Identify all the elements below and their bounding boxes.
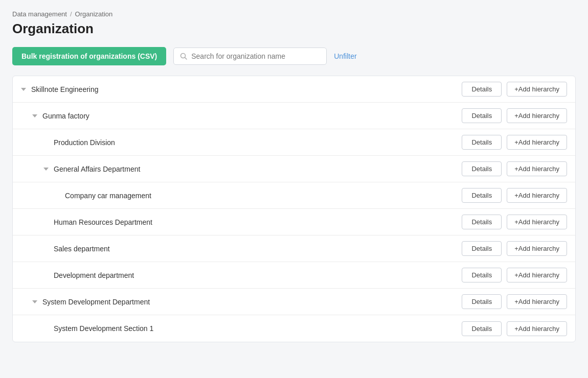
breadcrumb-parent[interactable]: Data management	[12, 10, 67, 18]
details-button[interactable]: Details	[462, 241, 502, 256]
org-name-text: Sales department	[54, 245, 110, 253]
add-hierarchy-button[interactable]: +Add hierarchy	[507, 188, 567, 203]
organization-table: Skillnote EngineeringDetails+Add hierarc…	[12, 76, 576, 342]
table-row: System Development DepartmentDetails+Add…	[13, 289, 575, 315]
org-name-text: Gunma factory	[42, 112, 89, 120]
details-button[interactable]: Details	[462, 215, 502, 229]
table-row: Human Resources DepartmentDetails+Add hi…	[13, 209, 575, 235]
table-row: Skillnote EngineeringDetails+Add hierarc…	[13, 76, 575, 103]
breadcrumb-separator: /	[70, 10, 72, 18]
chevron-down-icon[interactable]	[21, 88, 26, 91]
org-name-text: General Affairs Department	[54, 165, 140, 173]
page-title: Organization	[12, 21, 576, 37]
table-row: Sales departmentDetails+Add hierarchy	[13, 235, 575, 262]
org-name-text: Human Resources Department	[54, 218, 152, 226]
add-hierarchy-button[interactable]: +Add hierarchy	[507, 82, 567, 97]
chevron-down-icon[interactable]	[32, 300, 37, 303]
search-icon	[180, 53, 187, 60]
table-row: System Development Section 1Details+Add …	[13, 315, 575, 342]
table-row: Gunma factoryDetails+Add hierarchy	[13, 103, 575, 129]
add-hierarchy-button[interactable]: +Add hierarchy	[507, 161, 567, 176]
search-box	[173, 48, 327, 65]
org-name-text: Development department	[54, 271, 134, 279]
add-hierarchy-button[interactable]: +Add hierarchy	[507, 215, 567, 229]
bulk-register-button[interactable]: Bulk registration of organizations (CSV)	[12, 47, 166, 65]
toolbar: Bulk registration of organizations (CSV)…	[12, 47, 576, 65]
table-row: Development departmentDetails+Add hierar…	[13, 262, 575, 289]
table-row: Production DivisionDetails+Add hierarchy	[13, 129, 575, 156]
add-hierarchy-button[interactable]: +Add hierarchy	[507, 135, 567, 150]
breadcrumb-current: Organization	[75, 10, 113, 18]
table-row: General Affairs DepartmentDetails+Add hi…	[13, 156, 575, 182]
details-button[interactable]: Details	[462, 294, 502, 309]
add-hierarchy-button[interactable]: +Add hierarchy	[507, 321, 567, 336]
details-button[interactable]: Details	[462, 321, 502, 336]
details-button[interactable]: Details	[462, 108, 502, 123]
chevron-down-icon[interactable]	[32, 114, 37, 117]
unfilter-link[interactable]: Unfilter	[334, 52, 356, 60]
add-hierarchy-button[interactable]: +Add hierarchy	[507, 268, 567, 282]
add-hierarchy-button[interactable]: +Add hierarchy	[507, 294, 567, 309]
org-name-text: Skillnote Engineering	[31, 85, 99, 93]
svg-line-1	[185, 58, 187, 60]
add-hierarchy-button[interactable]: +Add hierarchy	[507, 241, 567, 256]
search-input[interactable]	[191, 52, 320, 60]
org-name-text: System Development Section 1	[54, 324, 153, 333]
org-name-text: Production Division	[54, 138, 115, 147]
org-name-text: System Development Department	[42, 298, 150, 306]
details-button[interactable]: Details	[462, 161, 502, 176]
table-row: Company car managementDetails+Add hierar…	[13, 182, 575, 209]
add-hierarchy-button[interactable]: +Add hierarchy	[507, 108, 567, 123]
chevron-down-icon[interactable]	[43, 168, 49, 171]
details-button[interactable]: Details	[462, 268, 502, 282]
details-button[interactable]: Details	[462, 82, 502, 97]
details-button[interactable]: Details	[462, 188, 502, 203]
org-name-text: Company car management	[65, 192, 151, 200]
breadcrumb: Data management / Organization	[12, 10, 576, 18]
details-button[interactable]: Details	[462, 135, 502, 150]
